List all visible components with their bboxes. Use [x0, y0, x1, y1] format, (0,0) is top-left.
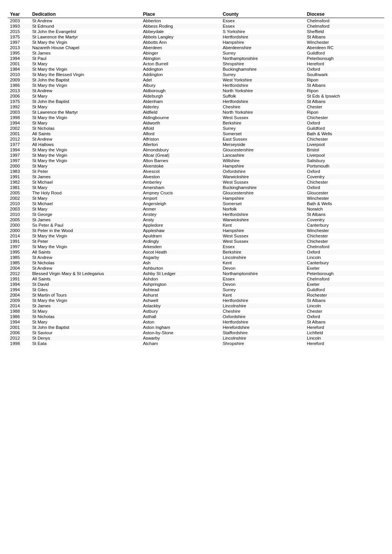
cell-diocese: St Albans [304, 212, 384, 217]
cell-year: 1981 [8, 185, 30, 190]
cell-year: 2003 [8, 109, 30, 115]
cell-diocese: St Albans [304, 83, 384, 88]
cell-diocese: Norwich [304, 206, 384, 212]
cell-dedication: St Mary [30, 163, 141, 169]
cell-diocese: Chichester [304, 239, 384, 244]
cell-county: Shropshire [220, 341, 304, 346]
cell-county: Hampshire [220, 228, 304, 233]
cell-county: Surrey [220, 72, 304, 77]
cell-diocese: St Albans [304, 34, 384, 40]
cell-place: Aldborough [141, 88, 221, 93]
header-county: County [220, 11, 304, 18]
cell-diocese: Lichfield [304, 330, 384, 335]
cell-diocese: Oxford [304, 185, 384, 190]
cell-place: Abbeydale [141, 29, 221, 34]
cell-year: 1992 [8, 104, 30, 109]
table-row: 1993St EdmundAbbess RodingEssexChelmsfor… [8, 23, 384, 29]
cell-county: Herefordshire [220, 325, 304, 330]
cell-diocese: Exeter [304, 265, 384, 271]
header-dedication: Dedication [30, 11, 141, 18]
cell-dedication: St Mary [30, 104, 141, 109]
cell-county: Hampshire [220, 163, 304, 169]
cell-dedication: St Mary [30, 309, 141, 314]
cell-diocese: Coventry [304, 174, 384, 179]
cell-year: 1991 [8, 174, 30, 179]
cell-diocese: Bath & Wells [304, 131, 384, 136]
cell-diocese: Southwark [304, 72, 384, 77]
cell-county: Essex [220, 276, 304, 282]
cell-diocese: Hereford [304, 61, 384, 66]
cell-place: Aston Ingham [141, 325, 221, 330]
table-row: 1985St NicholasAshKentCanterbury [8, 260, 384, 265]
cell-county: Devon [220, 265, 304, 271]
cell-diocese: Chichester [304, 179, 384, 185]
cell-diocese: Canterbury [304, 222, 384, 228]
cell-dedication: The Holy Rood [30, 190, 141, 196]
cell-year: 2006 [8, 330, 30, 335]
cell-diocese: Guildford [304, 287, 384, 292]
cell-dedication: St Peter in the Wood [30, 228, 141, 233]
cell-place: Ash [141, 260, 221, 265]
table-row: 2009St Mary the VirginAshwellHertfordshi… [8, 298, 384, 303]
cell-county: Aberdeenshire [220, 45, 304, 50]
table-row: 2003St Lawrence the MartyrAldfieldNorth … [8, 109, 384, 115]
table-row: 1983St PeterAlvescotOxfordshireOxford [8, 169, 384, 174]
cell-dedication: St Mary the Virgin [30, 83, 141, 88]
table-row: 1991All SaintsAshdonEssexChelmsford [8, 276, 384, 282]
cell-year: 2004 [8, 265, 30, 271]
cell-place: Addington [141, 72, 221, 77]
cell-county: Hertfordshire [220, 212, 304, 217]
cell-year: 2002 [8, 196, 30, 201]
cell-year: 2012 [8, 136, 30, 142]
cell-dedication: St Mary the Virgin [30, 40, 141, 45]
cell-county: Kent [220, 260, 304, 265]
cell-county: Hampshire [220, 196, 304, 201]
cell-dedication: All Saints [30, 131, 141, 136]
cell-place: Aberdeen [141, 45, 221, 50]
cell-year: 1994 [8, 319, 30, 325]
table-row: 2001All SaintsAlfordSomersetBath & Wells [8, 131, 384, 136]
cell-county: Kent [220, 222, 304, 228]
header-diocese: Diocese [304, 11, 384, 18]
table-row: 1977All HallowsAllertonMerseysideLiverpo… [8, 142, 384, 147]
cell-year: 1994 [8, 287, 30, 292]
cell-place: Aston [141, 319, 221, 325]
cell-diocese: Bath & Wells [304, 201, 384, 206]
cell-dedication: St Mary [30, 61, 141, 66]
cell-year: 2001 [8, 131, 30, 136]
cell-year: 2012 [8, 271, 30, 276]
cell-year: 2005 [8, 217, 30, 222]
cell-dedication: Nazareth House Chapel [30, 45, 141, 50]
cell-place: Arkesden [141, 244, 221, 249]
cell-year: 2005 [8, 190, 30, 196]
cell-dedication: St Mary the Virgin [30, 233, 141, 239]
table-row: 1998St Mary the VirginAldingbourneWest S… [8, 115, 384, 120]
cell-dedication: St Andrew [30, 255, 141, 260]
table-row: 2014St JamesAslackbyLincolnshireLincoln [8, 303, 384, 309]
cell-year: 1997 [8, 153, 30, 158]
cell-place: Abington [141, 56, 221, 61]
cell-county: West Sussex [220, 233, 304, 239]
cell-dedication: St Eata [30, 341, 141, 346]
cell-year: 2001 [8, 325, 30, 330]
cell-dedication: St Nicholas [30, 314, 141, 319]
cell-county: Norfolk [220, 206, 304, 212]
cell-diocese: Winchester [304, 40, 384, 45]
cell-diocese: St Albans [304, 319, 384, 325]
cell-diocese: Ripon [304, 88, 384, 93]
cell-diocese: Liverpool [304, 142, 384, 147]
cell-dedication: St Andrew [30, 136, 141, 142]
table-row: 1994St MaryAstonHertfordshireSt Albans [8, 319, 384, 325]
cell-county: Warwickshire [220, 174, 304, 179]
cell-place: Asthall [141, 314, 221, 319]
cell-diocese: Chester [304, 309, 384, 314]
cell-diocese: Portsmouth [304, 163, 384, 169]
cell-diocese: Liverpool [304, 153, 384, 158]
cell-dedication: St Mary the Virgin [30, 153, 141, 158]
cell-place: Ampney Crucis [141, 190, 221, 196]
cell-county: Northamptonshire [220, 56, 304, 61]
table-row: 2010St GeorgeAnsteyHertfordshireSt Alban… [8, 212, 384, 217]
cell-county: West Sussex [220, 239, 304, 244]
cell-county: Somerset [220, 201, 304, 206]
cell-place: Appleshaw [141, 228, 221, 233]
